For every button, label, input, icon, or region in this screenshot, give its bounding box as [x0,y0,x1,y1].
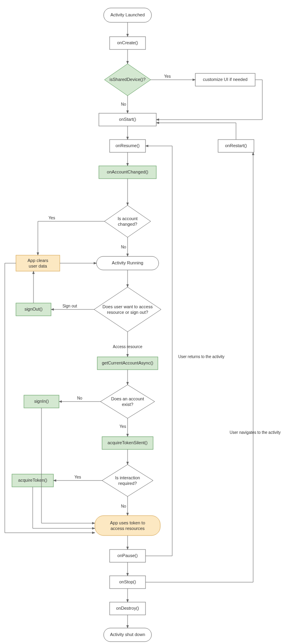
edge-label-signout: Sign out [63,304,77,308]
label-want-access-l2: resource or sign out? [107,310,148,315]
label-acquire-token: acquireToken() [18,478,47,483]
label-is-account-changed-l2: changed? [118,222,137,226]
label-is-shared-device: isSharedDevice()? [110,77,146,82]
edge-label-yes2: Yes [49,216,55,220]
label-interaction-l2: required? [118,481,137,486]
label-on-start: onStart() [119,117,136,122]
label-is-account-changed-l1: Is account [118,216,138,221]
edge [146,146,172,556]
edge-label-no4: No [121,504,126,508]
label-want-access-l1: Does user want to access [102,304,153,309]
label-customize-ui: customize UI if needed [203,77,248,82]
label-app-uses-l1: App uses token to [110,520,145,525]
edge [38,221,104,255]
label-sign-out: signOut() [24,307,42,311]
label-on-restart: onRestart() [225,143,247,148]
label-on-create: onCreate() [117,40,138,45]
edge-label-no3: No [77,396,83,400]
edge-label-navigates: User navigates to the activity [230,430,281,435]
label-app-clears-l1: App clears [28,258,48,263]
label-app-uses-l2: access resources [110,526,145,531]
edge-label-returns: User returns to the activity [178,354,224,359]
label-on-pause: onPause() [118,553,138,558]
edge [146,152,253,582]
label-get-current-account: getCurrentAccountAsync() [102,360,153,365]
label-on-account-changed: onAccountChanged() [107,169,148,174]
label-interaction-l1: Is interaction [115,475,140,480]
label-on-resume: onResume() [116,143,140,148]
edge-label-yes4: Yes [75,475,81,479]
label-activity-launched: Activity Launched [110,12,145,17]
label-on-destroy: onDestroy() [116,606,139,611]
label-acquire-token-silent: acquireTokenSilent() [108,440,148,445]
edge-label-no: No [121,102,126,106]
edge-label-access: Access resource [113,345,142,349]
edge [156,123,236,140]
label-activity-running: Activity Running [112,260,144,265]
label-sign-in: signIn() [34,399,49,404]
label-account-exist-l1: Does an account [111,396,144,401]
label-account-exist-l2: exist? [122,402,134,407]
label-app-clears-l2: user data [29,264,47,268]
label-activity-shutdown: Activity shut down [110,632,145,637]
edge-label-no2: No [121,245,126,249]
edge-label-yes3: Yes [120,424,126,429]
label-on-stop: onStop() [119,579,136,584]
edge [41,408,95,523]
edge-label-yes: Yes [164,74,171,79]
edge [33,487,95,528]
